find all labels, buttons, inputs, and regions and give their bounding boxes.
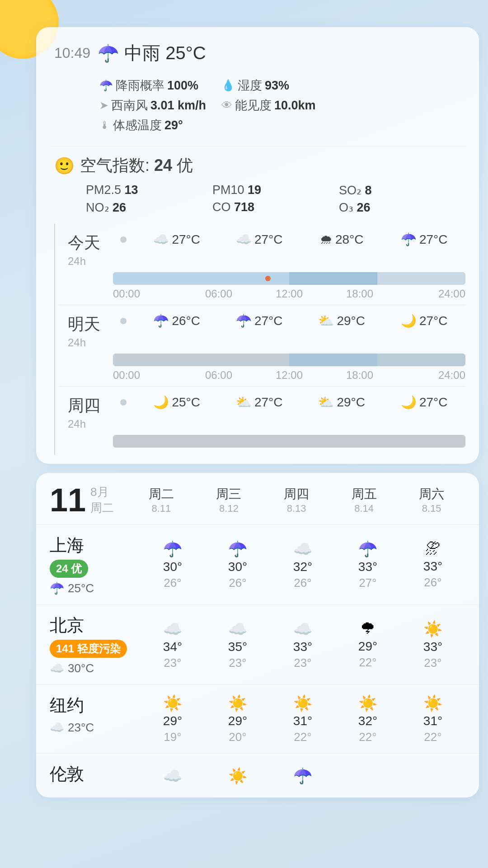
shanghai-current: ☂️ 25°C xyxy=(50,581,140,595)
table-header: 11 8月 周二 周二 8.11 周三 8.12 周四 8.13 周五 8.14 xyxy=(36,473,479,525)
tomorrow-label: 明天 xyxy=(68,313,113,335)
city-row-london[interactable]: 伦敦 ☁️ ☀️ ☂️ xyxy=(36,754,479,797)
wind: ➤ 西南风 3.01 km/h xyxy=(99,97,221,113)
so2: SO₂ 8 xyxy=(339,183,465,198)
newyork-day-0: ☀️ 29° 19° xyxy=(140,694,205,744)
beijing-day-0: ☁️ 34° 23° xyxy=(140,614,205,675)
tomorrow-bar xyxy=(113,354,465,366)
date-number: 11 xyxy=(50,484,86,516)
today-sub: 24h xyxy=(68,255,113,268)
thu-temps: 🌙25°C ⛅27°C ⛅29°C 🌙27°C xyxy=(136,395,465,410)
icon: ☂️ xyxy=(163,540,182,558)
humidity: 💧 湿度 93% xyxy=(221,77,343,94)
icon: ☀️ xyxy=(228,767,247,785)
newyork-current: ☁️ 23°C xyxy=(50,721,140,735)
shanghai-rain-icon: ☂️ xyxy=(50,581,64,595)
london-info: 伦敦 xyxy=(50,763,140,788)
thu-temp-0: 🌙25°C xyxy=(136,395,218,410)
beijing-info: 北京 141 轻度污染 ☁️ 30°C xyxy=(50,614,140,675)
beijing-day-2: ☁️ 33° 23° xyxy=(270,614,335,675)
city-row-shanghai[interactable]: 上海 24 优 ☂️ 25°C ☂️ 30° 26° ☂️ 30° 26° ☁️… xyxy=(36,525,479,605)
icon: ☀️ xyxy=(228,694,247,712)
current-weather-icon: ☂️ xyxy=(98,43,119,63)
beijing-aqi-badge: 141 轻度污染 xyxy=(50,640,127,658)
icon: ☀️ xyxy=(423,620,442,638)
thu-sub: 24h xyxy=(68,418,113,430)
weather-details: ☂️ 降雨概率 100% 💧 湿度 93% ➤ 西南风 3.01 km/h 👁 … xyxy=(50,74,465,137)
thermometer-icon: 🌡 xyxy=(99,119,110,132)
city-table-card: 11 8月 周二 周二 8.11 周三 8.12 周四 8.13 周五 8.14 xyxy=(36,473,479,797)
city-row-newyork[interactable]: 纽约 ☁️ 23°C ☀️ 29° 19° ☀️ 29° 20° ☀️ 31° … xyxy=(36,685,479,754)
today-dot xyxy=(120,236,127,243)
london-day-4 xyxy=(400,763,465,788)
icon: ☀️ xyxy=(293,694,312,712)
london-day-1: ☀️ xyxy=(205,763,270,788)
co: CO 718 xyxy=(212,200,339,215)
today-forecast: 今天 24h ☁️27°C ☁️27°C 🌧28°C ☂️27°C xyxy=(59,224,465,305)
today-temp-2: 🌧28°C xyxy=(300,232,383,247)
today-temp-0: ☁️27°C xyxy=(136,232,218,247)
shanghai-day-2: ☁️ 32° 26° xyxy=(270,534,335,595)
aqi-section: 🙂 空气指数: 24 优 PM2.5 13 PM10 19 SO₂ 8 NO₂ … xyxy=(50,146,465,219)
weekday-columns: 周二 8.11 周三 8.12 周四 8.13 周五 8.14 周六 8.15 xyxy=(127,486,465,514)
newyork-day-3: ☀️ 32° 22° xyxy=(335,694,400,744)
shanghai-day-3: ☂️ 33° 27° xyxy=(335,534,400,595)
aqi-grid: PM2.5 13 PM10 19 SO₂ 8 NO₂ 26 CO 718 O₃ … xyxy=(50,183,465,215)
city-row-beijing[interactable]: 北京 141 轻度污染 ☁️ 30°C ☁️ 34° 23° ☁️ 35° 23… xyxy=(36,605,479,685)
today-temps: ☁️27°C ☁️27°C 🌧28°C ☂️27°C xyxy=(136,232,465,247)
shanghai-info: 上海 24 优 ☂️ 25°C xyxy=(50,534,140,595)
wind-icon: ➤ xyxy=(99,99,108,112)
london-day-2: ☂️ xyxy=(270,763,335,788)
pm10: PM10 19 xyxy=(212,183,339,198)
bar-seg-0 xyxy=(113,272,201,285)
tomorrow-temp-3: 🌙27°C xyxy=(383,313,466,328)
pm25: PM2.5 13 xyxy=(86,183,212,198)
thu-temp-3: 🌙27°C xyxy=(383,395,466,410)
today-temp-3: ☂️27°C xyxy=(383,232,466,247)
visibility: 👁 能见度 10.0km xyxy=(221,97,343,113)
london-day-3 xyxy=(335,763,400,788)
icon: ☁️ xyxy=(228,620,247,638)
o3: O₃ 26 xyxy=(339,200,465,215)
shanghai-day-4: ⛈ 33° 26° xyxy=(400,534,465,595)
no2: NO₂ 26 xyxy=(86,200,212,215)
beijing-day-4: ☀️ 33° 23° xyxy=(400,614,465,675)
icon: 🌩 xyxy=(360,620,375,637)
today-time-labels: 00:0006:0012:0018:0024:00 xyxy=(68,288,465,300)
shanghai-day-0: ☂️ 30° 26° xyxy=(140,534,205,595)
main-weather-card: 10:49 ☂️ 中雨 25°C ☂️ 降雨概率 100% 💧 湿度 93% ➤… xyxy=(36,27,479,464)
beijing-current: ☁️ 30°C xyxy=(50,661,140,675)
newyork-day-2: ☀️ 31° 22° xyxy=(270,694,335,744)
london-days: ☁️ ☀️ ☂️ xyxy=(140,763,465,788)
icon: ☀️ xyxy=(423,694,442,712)
shanghai-aqi-badge: 24 优 xyxy=(50,560,88,578)
tomorrow-forecast: 明天 24h ☂️26°C ☂️27°C ⛅29°C 🌙27°C xyxy=(59,305,465,386)
current-weather-row: 10:49 ☂️ 中雨 25°C xyxy=(50,41,465,66)
aqi-face-icon: 🙂 xyxy=(54,156,75,175)
bar-seg-3 xyxy=(377,272,465,285)
rain-icon: ☂️ xyxy=(99,79,113,92)
newyork-day-1: ☀️ 29° 20° xyxy=(205,694,270,744)
aqi-label: 空气指数: 24 优 xyxy=(80,155,193,177)
tomorrow-dot xyxy=(120,318,127,324)
icon: ⛈ xyxy=(425,540,441,557)
col-sat: 周六 8.15 xyxy=(398,486,465,514)
thu-dot xyxy=(120,399,127,406)
icon: ☂️ xyxy=(293,767,312,785)
today-bar-container xyxy=(113,272,465,285)
thu-label: 周四 xyxy=(68,395,113,417)
icon: ☁️ xyxy=(163,767,182,785)
icon: ☀️ xyxy=(358,694,377,712)
thu-temp-1: ⛅27°C xyxy=(218,395,301,410)
icon: ☁️ xyxy=(293,620,312,638)
newyork-days: ☀️ 29° 19° ☀️ 29° 20° ☀️ 31° 22° ☀️ 32° … xyxy=(140,694,465,744)
tomorrow-temp-2: ⛅29°C xyxy=(300,313,383,328)
col-wed: 周三 8.12 xyxy=(195,486,263,514)
london-day-0: ☁️ xyxy=(140,763,205,788)
shanghai-day-1: ☂️ 30° 26° xyxy=(205,534,270,595)
icon: ☀️ xyxy=(163,694,182,712)
col-tue: 周二 8.11 xyxy=(127,486,195,514)
today-temp-1: ☁️27°C xyxy=(218,232,301,247)
icon: ☂️ xyxy=(228,540,247,558)
newyork-cloud-icon: ☁️ xyxy=(50,721,64,735)
